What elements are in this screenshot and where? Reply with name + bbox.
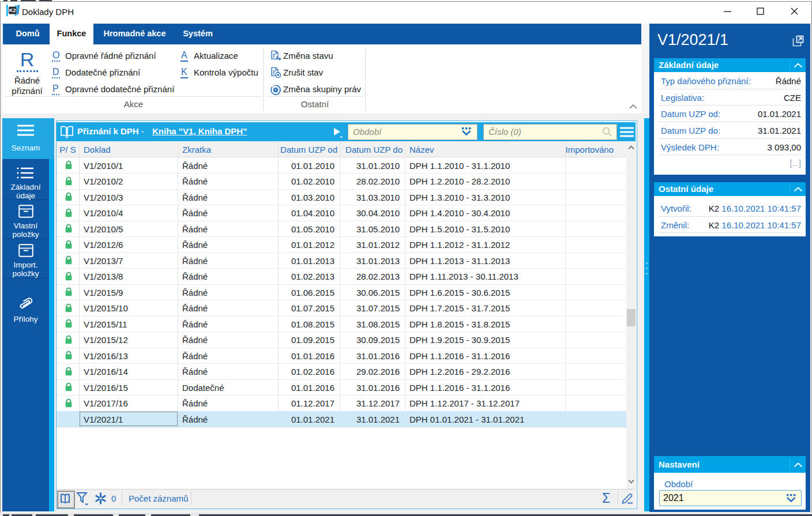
svg-text:K2: K2 [9,7,16,13]
